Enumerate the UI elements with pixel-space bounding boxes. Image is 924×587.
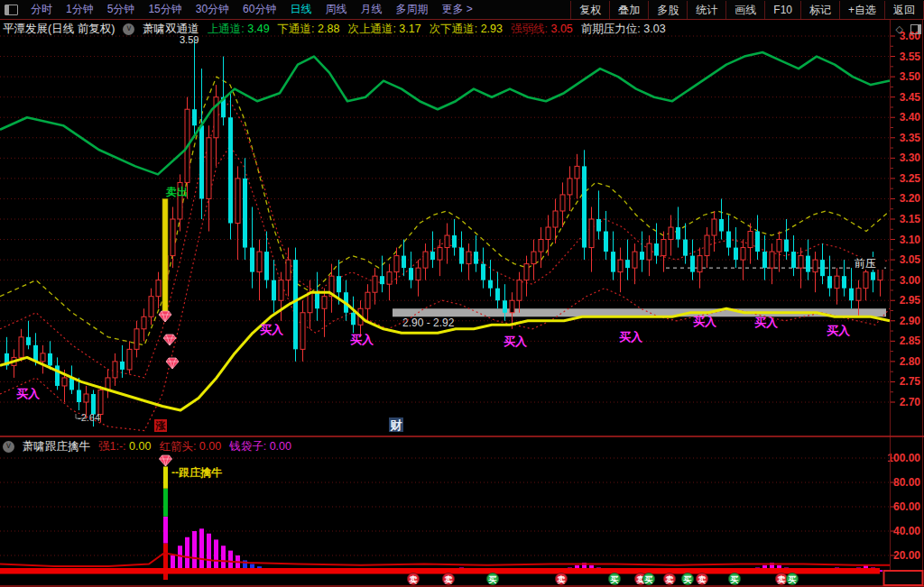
toolbar-button-0[interactable]: 复权 [570,1,609,19]
sub-axis-tick: 20.00 [893,549,920,562]
candle [26,337,31,345]
candle [734,248,738,261]
period-tab-1[interactable]: 1分钟 [66,2,94,17]
toolbar-button-2[interactable]: 多股 [648,1,687,19]
indicator-field-1: 下通道: 2.88 [278,22,340,37]
candle [279,280,283,301]
candle [315,292,319,308]
candle [820,260,825,276]
period-tab-10[interactable]: 更多 > [441,2,472,17]
watermark-text: 财 [390,418,402,432]
price-axis-tick: 3.05 [900,253,921,266]
period-tab-0[interactable]: 分时 [31,2,52,17]
price-axis-tick: 3.55 [900,50,921,63]
period-tab-8[interactable]: 月线 [360,2,382,17]
diamond-icon[interactable]: ◇ [896,23,903,35]
indicator-field-4: 强弱线: 3.05 [511,22,573,37]
sub-indicator-values: 强1:-: 0.00红箭头: 0.00钱袋子: 0.00 [98,439,291,454]
candle [510,300,514,313]
candle [654,243,659,256]
buy-signal-label: 买入 [754,316,779,329]
candle [402,256,406,269]
candle [741,248,745,261]
candle [438,248,442,261]
period-tab-9[interactable]: 多周期 [395,2,428,17]
candle [531,252,536,264]
period-tab-4[interactable]: 30分钟 [196,2,229,17]
candle [373,276,377,292]
candle [394,256,399,272]
candle [171,219,175,256]
toolbar-button-1[interactable]: 叠加 [609,1,648,19]
price-axis-tick: 3.40 [900,111,921,124]
toolbar-button-4[interactable]: 画线 [725,1,764,19]
series-上通道 [0,52,890,174]
candle [113,362,117,378]
candle [683,240,688,256]
candle [770,252,774,268]
price-axis-tick: 2.80 [900,355,921,368]
candle [748,232,753,248]
candle [243,179,247,248]
indicator-field-3: 次下通道: 2.93 [430,22,503,37]
histogram-bar [207,534,211,572]
price-axis-tick: 3.00 [900,274,921,287]
chart-canvas[interactable]: 3.603.553.503.453.403.353.303.253.203.15… [0,0,924,587]
candle [134,329,139,350]
period-tab-2[interactable]: 5分钟 [107,2,135,17]
candle [611,252,615,272]
sub-axis-tick: 80.00 [893,476,920,489]
candle [459,248,464,264]
candle [849,289,854,301]
indicator-values: 上通道: 3.49下通道: 2.88次上通道: 3.17次下通道: 2.93强弱… [208,22,666,37]
candle [322,297,327,309]
candle [55,365,60,386]
period-toolbar: 分时1分钟5分钟15分钟30分钟60分钟日线周线月线多周期更多 > 复权叠加多股… [0,0,924,20]
composite-signal-bar [163,466,168,488]
seal-char: 买 [788,575,797,584]
candle [719,219,724,232]
period-tab-6[interactable]: 日线 [290,2,311,17]
candle [813,260,818,272]
toolbar-button-5[interactable]: F10 [764,1,800,19]
candle [474,252,478,264]
toolbar-button-8[interactable]: 返回 [884,1,924,19]
buy-signal-label: 买入 [504,335,528,348]
gem-diamond-icon [160,455,172,466]
period-tab-3[interactable]: 15分钟 [148,2,181,17]
window-layout-icon[interactable] [5,5,18,15]
candle [365,292,370,308]
candles [5,41,882,427]
seal-char: 卖 [445,575,453,584]
toolbar-button-7[interactable]: +自选 [839,1,884,19]
candle [560,195,565,211]
candle [156,280,161,297]
candle [618,260,623,272]
candle [676,227,680,240]
support-zone-label: 2.90 - 2.92 [402,316,455,329]
candle [669,227,673,240]
sub-indicator-name[interactable]: 萧啸跟庄擒牛 [23,439,90,454]
trading-app-window: { "toolbar": { "items": ["分时","1分钟","5分钟… [0,0,924,587]
candle [553,211,558,227]
toolbar-button-6[interactable]: 标记 [800,1,839,19]
corner-box[interactable] [884,571,923,585]
candle [640,252,644,260]
seal-char: 买 [683,575,692,584]
seal-char: 买 [730,575,739,584]
collapse-icon[interactable]: ˅ [123,23,134,35]
period-tab-7[interactable]: 周线 [325,2,346,17]
seal-char: 买 [644,575,653,584]
candle [878,268,882,280]
indicator-name[interactable]: 萧啸双通道 [143,22,199,37]
candle [41,353,45,362]
candle [503,300,507,313]
seal-char: 卖 [778,575,786,584]
split-pane-icon[interactable] [910,24,921,34]
toolbar-button-3[interactable]: 统计 [687,1,725,19]
collapse-icon[interactable]: ˅ [3,441,14,453]
candle [149,297,153,317]
period-tab-5[interactable]: 60分钟 [243,2,276,17]
histogram-bar [214,539,218,572]
price-axis-tick: 3.35 [900,132,921,144]
